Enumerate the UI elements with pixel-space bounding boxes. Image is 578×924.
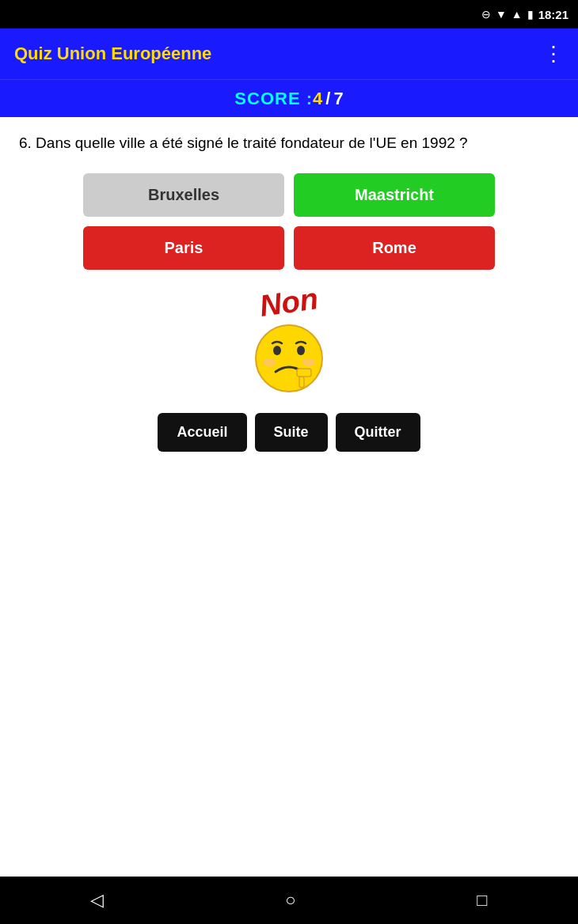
svg-rect-5 bbox=[297, 369, 311, 377]
answers-grid: Bruxelles Maastricht Paris Rome bbox=[83, 173, 495, 270]
app-bar: Quiz Union Européenne ⋮ bbox=[0, 28, 578, 79]
home-button[interactable]: ○ bbox=[269, 884, 311, 917]
score-total: 7 bbox=[333, 89, 343, 109]
back-button[interactable]: ◁ bbox=[74, 884, 120, 917]
answer-maastricht[interactable]: Maastricht bbox=[294, 173, 495, 217]
minus-icon: ⊖ bbox=[481, 8, 491, 21]
svg-point-1 bbox=[273, 346, 281, 355]
recents-button[interactable]: □ bbox=[461, 884, 503, 917]
signal-icon: ▲ bbox=[511, 8, 523, 21]
answer-rome[interactable]: Rome bbox=[294, 226, 495, 270]
main-content: 6. Dans quelle ville a été signé le trai… bbox=[0, 117, 578, 468]
svg-point-4 bbox=[302, 358, 315, 366]
wifi-icon: ▼ bbox=[496, 8, 507, 21]
score-separator: / bbox=[325, 89, 330, 109]
accueil-button[interactable]: Accueil bbox=[158, 413, 246, 452]
answer-bruxelles[interactable]: Bruxelles bbox=[83, 173, 284, 217]
quitter-button[interactable]: Quitter bbox=[336, 413, 420, 452]
feedback-area: Non bbox=[19, 286, 559, 394]
sad-emoji bbox=[253, 323, 325, 394]
score-bar: SCORE : 4 / 7 bbox=[0, 79, 578, 117]
bottom-nav: ◁ ○ □ bbox=[0, 877, 578, 924]
nav-buttons: Accueil Suite Quitter bbox=[19, 413, 559, 452]
score-label: SCORE : bbox=[234, 89, 313, 109]
answer-paris[interactable]: Paris bbox=[83, 226, 284, 270]
svg-rect-6 bbox=[299, 377, 304, 388]
status-icons: ⊖ ▼ ▲ ▮ 18:21 bbox=[481, 8, 568, 21]
svg-point-2 bbox=[297, 346, 305, 355]
status-time: 18:21 bbox=[538, 8, 568, 21]
svg-point-3 bbox=[263, 358, 276, 366]
menu-icon[interactable]: ⋮ bbox=[543, 42, 564, 66]
svg-point-0 bbox=[256, 325, 322, 392]
app-title: Quiz Union Européenne bbox=[14, 44, 211, 64]
feedback-text: Non bbox=[257, 282, 320, 324]
suite-button[interactable]: Suite bbox=[255, 413, 328, 452]
status-bar: ⊖ ▼ ▲ ▮ 18:21 bbox=[0, 0, 578, 28]
score-current: 4 bbox=[313, 89, 322, 109]
battery-icon: ▮ bbox=[527, 8, 534, 21]
question-text: 6. Dans quelle ville a été signé le trai… bbox=[19, 133, 559, 154]
